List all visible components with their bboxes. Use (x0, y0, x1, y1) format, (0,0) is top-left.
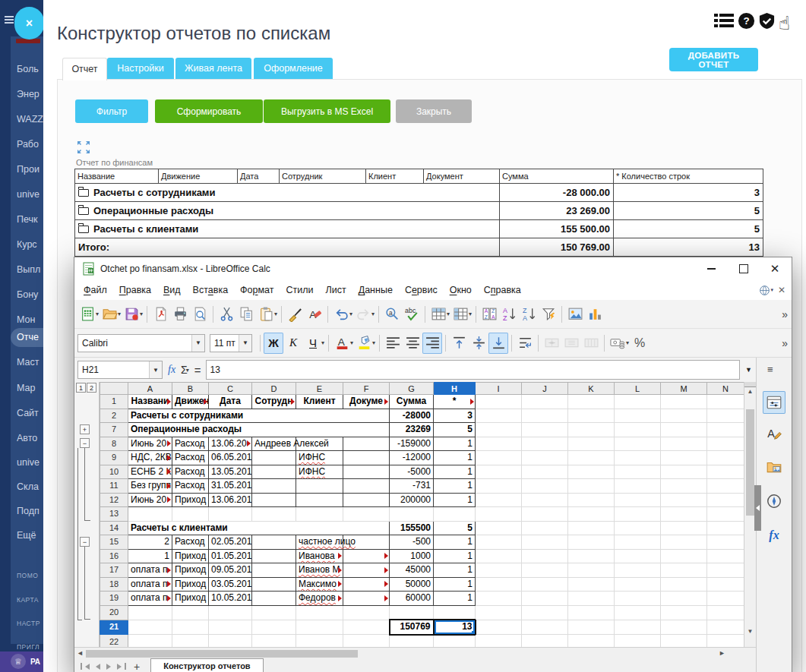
sidebar-item-6[interactable]: unive (17, 189, 43, 200)
insert-image-button[interactable] (565, 304, 585, 325)
row-header-17[interactable]: 17 (100, 563, 128, 578)
cell-G2[interactable]: -28000 (390, 409, 434, 423)
spell-check-button[interactable]: abc (402, 304, 422, 325)
column-header-M[interactable]: M (661, 383, 707, 395)
name-box[interactable]: H21▼ (77, 361, 163, 379)
cell-J11[interactable] (522, 479, 568, 494)
split-handle[interactable] (744, 382, 756, 387)
sidebar-item-7[interactable]: Печк (17, 214, 43, 225)
touch-pointer-icon[interactable]: ☝ (779, 12, 790, 34)
cell-D17[interactable] (252, 563, 296, 578)
align-left-button[interactable] (383, 333, 403, 354)
cell-M22[interactable] (661, 635, 707, 648)
cell-G22[interactable] (390, 635, 434, 648)
cell-L15[interactable] (615, 535, 661, 550)
cell-M9[interactable] (661, 451, 707, 465)
row-header-19[interactable]: 19 (100, 592, 128, 606)
print-preview-button[interactable] (190, 304, 210, 325)
cell-I2[interactable] (476, 409, 522, 423)
cell-B13[interactable] (172, 507, 209, 522)
cell-B8[interactable]: Расход (172, 437, 209, 451)
cell-N2[interactable] (707, 409, 744, 423)
align-bottom-button[interactable] (488, 333, 508, 354)
cell-I18[interactable] (476, 577, 522, 592)
grid-corner[interactable] (100, 383, 128, 395)
cell-B1[interactable]: Движен (172, 395, 209, 409)
cell-F10[interactable] (343, 465, 390, 479)
cell-H18[interactable]: 1 (434, 577, 476, 592)
autofilter-button[interactable] (539, 304, 558, 325)
align-center-button[interactable] (403, 333, 422, 354)
cell-N20[interactable] (707, 605, 744, 620)
cell-I15[interactable] (476, 535, 522, 550)
cell-N10[interactable] (707, 465, 744, 479)
row-header-2[interactable]: 2 (100, 409, 128, 423)
merge-cells-button[interactable] (542, 333, 561, 354)
cell-G1[interactable]: Сумма (390, 395, 434, 409)
cell-N8[interactable] (707, 437, 744, 451)
cell-D1[interactable]: Сотрудн (252, 395, 296, 409)
cell-L21[interactable] (615, 620, 661, 635)
cell-F19[interactable] (343, 592, 390, 606)
cell-J9[interactable] (522, 451, 568, 465)
cell-L12[interactable] (615, 493, 661, 507)
menu-7[interactable]: Лист (320, 285, 352, 295)
cell-E15[interactable]: частное лицо (296, 535, 343, 550)
column-header-A[interactable]: A (128, 383, 172, 395)
cell-I16[interactable] (476, 549, 522, 563)
cell-D21[interactable] (252, 620, 296, 635)
cell-F12[interactable] (343, 493, 390, 507)
maximize-button[interactable] (729, 257, 759, 280)
sidebar-footer-item-3[interactable]: НАСТР (17, 620, 43, 627)
cell-L20[interactable] (615, 605, 661, 620)
sidebar-item-14[interactable]: Мар (17, 383, 43, 393)
cell-N9[interactable] (707, 451, 744, 465)
cell-L2[interactable] (615, 409, 661, 423)
cell-G20[interactable] (390, 605, 434, 620)
row-header-20[interactable]: 20 (100, 605, 128, 620)
cell-E21[interactable] (296, 620, 343, 635)
cell-C16[interactable]: 01.05.2019 (209, 549, 252, 563)
row-header-11[interactable]: 11 (100, 479, 128, 494)
cell-D22[interactable] (252, 635, 296, 648)
cell-L1[interactable] (615, 395, 661, 409)
cell-H13[interactable] (434, 507, 476, 522)
cell-D18[interactable] (252, 577, 296, 592)
sidebar-item-3[interactable]: WAZZ (17, 114, 43, 125)
cell-A15[interactable]: 2 (128, 535, 172, 550)
cell-N7[interactable] (707, 423, 744, 437)
cell-F22[interactable] (343, 635, 390, 648)
cell-C20[interactable] (209, 605, 252, 620)
cell-A10[interactable]: ЕСНБ 2 К (128, 465, 172, 479)
chevron-down-icon[interactable]: ▼ (149, 361, 162, 378)
redo-button[interactable] (353, 304, 373, 325)
cell-J22[interactable] (522, 635, 568, 648)
clone-formatting-button[interactable] (285, 304, 305, 325)
cell-K21[interactable] (568, 620, 615, 635)
sort-ascending-button[interactable]: AZ (499, 304, 519, 325)
font-size-combo[interactable]: 11 пт▼ (210, 334, 252, 352)
cell-A17[interactable]: оплата п (128, 563, 172, 578)
navigator-icon[interactable] (763, 490, 785, 513)
cell-K12[interactable] (568, 493, 615, 507)
insert-column-button[interactable] (450, 304, 470, 325)
action-button-4[interactable]: Закрыть (396, 99, 472, 123)
unmerge-cells-button[interactable] (581, 333, 601, 354)
cell-N22[interactable] (707, 635, 744, 648)
cell-L7[interactable] (615, 423, 661, 437)
cell-C12[interactable]: 13.06.2019 (209, 493, 252, 507)
cell-L11[interactable] (615, 479, 661, 494)
cell-N11[interactable] (707, 479, 744, 494)
cell-F17[interactable] (343, 563, 390, 578)
cell-K14[interactable] (568, 521, 615, 535)
cell-J16[interactable] (522, 549, 568, 563)
cell-I14[interactable] (476, 521, 522, 535)
cell-L13[interactable] (615, 507, 661, 522)
sidebar-hide-handle[interactable] (754, 485, 761, 531)
cell-E9[interactable]: ИФНС (296, 451, 343, 465)
currency-format-dropdown-icon[interactable]: ▾ (626, 339, 629, 346)
cell-N1[interactable] (707, 395, 744, 409)
cell-I12[interactable] (476, 493, 522, 507)
cell-A14[interactable]: Расчеты с клиентами (128, 521, 390, 535)
cell-H21[interactable]: 13 (434, 620, 476, 635)
